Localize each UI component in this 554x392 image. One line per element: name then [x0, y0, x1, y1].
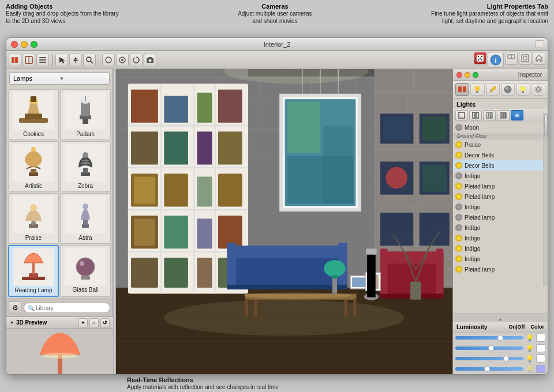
inspector-min-btn[interactable]	[465, 72, 470, 78]
lum-slider-1[interactable]	[455, 336, 523, 340]
lum-thumb-4[interactable]	[484, 366, 490, 372]
lum-slider-4[interactable]	[455, 367, 523, 371]
inspector-tab-light[interactable]	[470, 83, 484, 96]
lum-row-2: 💡	[453, 343, 548, 353]
zoom-in-btn[interactable]: +	[78, 318, 88, 327]
lum-collapse-btn[interactable]: ▲	[453, 314, 548, 322]
main-3d-view[interactable]	[116, 69, 452, 374]
indigo-4-icon	[455, 235, 462, 242]
svg-rect-185	[366, 248, 377, 254]
toolbar-sep-1	[52, 54, 53, 66]
library-item-padam[interactable]: Padam	[60, 89, 111, 140]
lum-color-3[interactable]	[536, 355, 545, 363]
light-item-decor-bells-2[interactable]: Decor Bells	[453, 160, 548, 171]
lum-slider-2[interactable]	[455, 346, 523, 350]
svg-rect-118	[197, 131, 212, 164]
light-item-pleiad-2[interactable]: Pleiad lamp	[453, 191, 548, 202]
indigo-5-icon	[455, 245, 462, 252]
lum-thumb-1[interactable]	[497, 335, 503, 341]
cameras-desc: Adjust multiple user camerasand shoot mo…	[238, 10, 312, 25]
svg-rect-40	[83, 168, 88, 174]
lights-tb-grid4[interactable]	[497, 110, 510, 120]
library-dropdown[interactable]: Lamps ▼	[9, 72, 110, 85]
svg-rect-205	[522, 91, 524, 93]
lum-slider-3[interactable]	[455, 357, 523, 360]
camera-btn[interactable]	[144, 54, 156, 66]
lights-tb-row[interactable]	[469, 110, 482, 120]
lum-color-1[interactable]	[536, 334, 545, 342]
pleiad-4-name: Pleiad lamp	[465, 266, 495, 273]
maximize-button[interactable]	[31, 41, 38, 48]
inspector-tab-objects[interactable]	[455, 83, 469, 96]
library-item-astra[interactable]: Astra	[60, 193, 111, 244]
reset-view-btn[interactable]: ↺	[100, 318, 110, 327]
light-item-pleiad-3[interactable]: Pleiad lamp	[453, 212, 548, 223]
light-item-decor-bells-1[interactable]: Decor Bells	[453, 150, 548, 160]
light-item-moon[interactable]: Moon	[453, 122, 548, 133]
lights-header: Lights	[453, 99, 548, 109]
circle-tool-2-btn[interactable]	[116, 54, 129, 66]
light-item-indigo-5[interactable]: Indigo	[453, 243, 548, 254]
home-btn[interactable]	[533, 52, 545, 65]
light-item-pleiad-1[interactable]: Pleiad lamp	[453, 181, 548, 191]
cameras-annotation: Cameras Adjust multiple user camerasand …	[238, 3, 312, 37]
lum-color-4[interactable]	[536, 365, 545, 373]
lum-thumb-2[interactable]	[488, 345, 494, 351]
light-item-indigo-1[interactable]: Indigo	[453, 171, 548, 181]
toolbar-list-btn[interactable]	[36, 54, 49, 66]
lum-color-2[interactable]	[536, 344, 545, 352]
select-tool-btn[interactable]	[55, 54, 68, 66]
inspector-max-btn[interactable]	[473, 72, 478, 78]
light-item-indigo-3[interactable]: Indigo	[453, 223, 548, 233]
dice-btn[interactable]	[474, 52, 486, 65]
svg-rect-159	[420, 213, 450, 246]
library-panel-bottom: ⚙ 🔍 Library	[6, 299, 113, 316]
library-item-cookies[interactable]: Cookies	[8, 89, 59, 140]
zoom-out-btn[interactable]: −	[89, 318, 99, 327]
svg-rect-5	[39, 59, 46, 61]
close-button[interactable]	[11, 41, 18, 48]
library-item-praise[interactable]: Praise	[8, 193, 59, 244]
svg-rect-50	[32, 263, 35, 274]
minimize-button[interactable]	[21, 41, 28, 48]
lights-tb-single[interactable]	[455, 110, 468, 120]
praise-light-name: Praise	[465, 142, 481, 148]
toolbar-rooms-btn[interactable]	[23, 54, 35, 66]
library-item-artistic[interactable]: Artistic	[8, 141, 59, 192]
inspector-tab-material[interactable]	[501, 83, 515, 96]
inspector-tab-bulb[interactable]	[516, 83, 530, 96]
zoom-tool-btn[interactable]	[83, 54, 96, 66]
light-item-indigo-4[interactable]: Indigo	[453, 233, 548, 243]
scrollbar-thumb[interactable]	[544, 114, 548, 137]
inspector-title: Inspector	[518, 71, 542, 78]
decor-bells-1-icon	[455, 152, 462, 159]
library-item-reading-lamp[interactable]: Reading Lamp	[8, 245, 59, 297]
info-btn[interactable]: i	[488, 52, 504, 68]
view3d-btn[interactable]	[519, 52, 531, 65]
inspector-tab-settings[interactable]	[531, 83, 545, 96]
library-item-zebra[interactable]: Zebra	[60, 141, 111, 192]
lights-toolbar	[453, 109, 548, 122]
library-item-glass-ball[interactable]: Glass Ball	[60, 245, 111, 297]
circle-tool-1-btn[interactable]	[102, 54, 115, 66]
inspector-close-btn[interactable]	[456, 72, 462, 78]
view2d-btn[interactable]	[505, 52, 518, 65]
lights-list: Moon Ground Floor Praise Decor Bells	[453, 122, 548, 314]
gear-button[interactable]: ⚙	[9, 301, 21, 314]
pleiad-3-name: Pleiad lamp	[465, 214, 495, 221]
light-item-indigo-2[interactable]: Indigo	[453, 202, 548, 212]
lum-thumb-3[interactable]	[503, 356, 509, 361]
lights-tb-grid3[interactable]	[483, 110, 496, 120]
light-item-pleiad-4[interactable]: Pleiad lamp	[453, 264, 548, 274]
glass-ball-label: Glass Ball	[72, 287, 98, 293]
library-search[interactable]: 🔍 Library	[24, 303, 110, 313]
refresh-btn[interactable]	[130, 54, 143, 66]
light-item-praise[interactable]: Praise	[453, 140, 548, 150]
library-scrollbar[interactable]	[543, 113, 548, 286]
light-item-indigo-6[interactable]: Indigo	[453, 254, 548, 264]
lights-tb-add[interactable]	[511, 110, 523, 120]
svg-rect-161	[227, 246, 347, 258]
toolbar-objects-btn[interactable]	[9, 54, 21, 66]
pan-tool-btn[interactable]	[69, 54, 82, 66]
inspector-tab-pencil[interactable]	[486, 83, 500, 96]
